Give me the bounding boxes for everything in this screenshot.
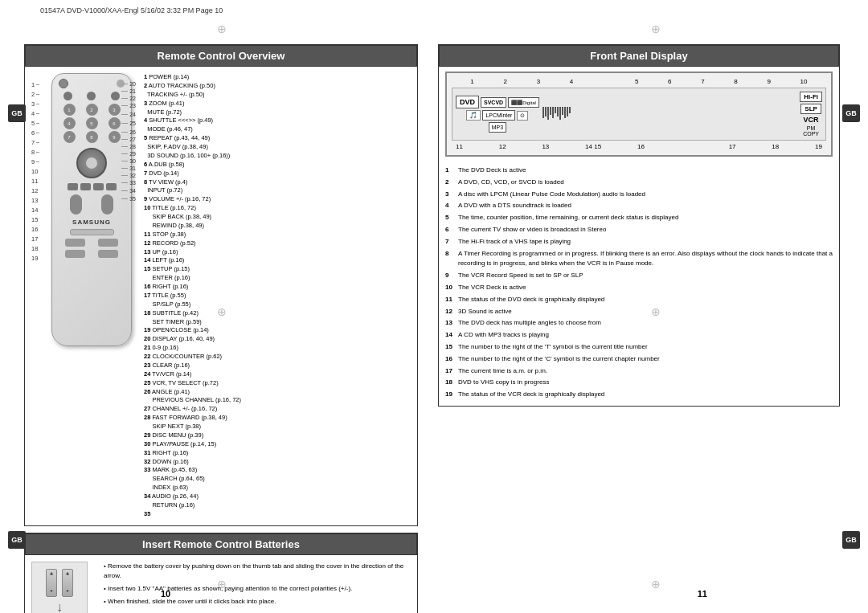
num-ind-4: 4	[570, 78, 573, 85]
trans-btn-2	[80, 183, 91, 190]
rlabel-35: 35	[121, 196, 136, 202]
panel-desc-7: 7 The Hi-Fi track of a VHS tape is playi…	[445, 237, 833, 247]
panel-vcr-label: VCR	[804, 116, 819, 124]
battery-instruction-3: • When finished, slide the cover until i…	[104, 597, 411, 607]
number-grid: 1 2 3 4 5 6 7 8 9	[52, 102, 131, 145]
desc-18: 18 SUBTITLE (p.42) SET TIMER (p.59)	[144, 309, 411, 327]
desc-33: 33 MARK (p.45, 63) SEARCH (p.64, 65) IND…	[144, 466, 411, 492]
trans-btn-4	[106, 183, 117, 190]
label-13: 13	[31, 197, 41, 204]
label-9: 9	[31, 158, 41, 166]
rlabel-33: 33	[121, 180, 136, 186]
label-17: 17	[31, 235, 41, 243]
panel-segment-area	[542, 107, 571, 121]
bot-ind-14-15: 14 15	[585, 143, 601, 150]
panel-slp-icon: SLP	[800, 104, 821, 114]
desc-11: 11 STOP (p.38)	[144, 231, 411, 239]
page-num-left: 10	[161, 589, 170, 599]
panel-desc-13: 13 The DVD deck has multiple angles to c…	[445, 318, 833, 329]
num-btn-3: 3	[108, 104, 121, 116]
panel-desc-6: 6 The current TV show or video is broadc…	[445, 225, 833, 235]
panel-desc-10: 10 The VCR Deck is active	[445, 283, 833, 293]
bot-ind-12: 12	[499, 143, 506, 150]
vol-area	[52, 192, 131, 217]
transport-area	[52, 182, 131, 192]
label-15: 15	[31, 216, 41, 223]
panel-description-list: 1 The DVD Deck is active 2 A DVD, CD, VC…	[439, 161, 839, 406]
bottom-btn-1	[65, 250, 85, 258]
desc-29: 29 DISC MENU (p.39)	[144, 431, 411, 440]
desc-25: 25 VCR, TV SELECT (p.72)	[144, 379, 411, 388]
battery-instructions: • Remove the battery cover by pushing do…	[104, 562, 411, 610]
samsung-logo: SAMSUNG	[52, 217, 131, 227]
num-btn-2: 2	[86, 104, 98, 116]
battery-instruction-1: • Remove the battery cover by pushing do…	[104, 562, 411, 582]
bot-ind-18: 18	[772, 143, 779, 150]
rlabel-29: 29	[121, 151, 136, 157]
desc-6: 6 A.DUB (p.58)	[144, 161, 411, 170]
desc-5: 5 REPEAT (p.43, 44, 49) SKIP, F.ADV (p.3…	[144, 134, 411, 161]
tick-2	[545, 107, 547, 116]
tick-5	[552, 107, 554, 118]
battery-content: ↓ • Remove the battery cover by pushing …	[25, 555, 417, 613]
right-column: Front Panel Display 1 2 3 4 5 6 7 8 9 10	[438, 44, 840, 581]
num-btn-7: 7	[63, 131, 76, 143]
desc-15: 15 SETUP (p.15) ENTER (p.16)	[144, 265, 411, 283]
desc-12: 12 RECORD (p.52)	[144, 239, 411, 248]
vol-btn-right	[101, 194, 113, 215]
rlabel-26: 26	[121, 129, 136, 135]
desc-3: 3 ZOOM (p.41) MUTE (p.72)	[144, 100, 411, 117]
desc-10: 10 TITLE (p.16, 72) SKIP BACK (p.38, 49)…	[144, 204, 411, 231]
remote-overview-section: Remote Control Overview 1 2 3 4 5 6 7 8 …	[24, 44, 418, 526]
label-12: 12	[31, 187, 41, 194]
label-19: 19	[31, 255, 41, 262]
rlabel-22: 22	[121, 96, 136, 101]
left-column: Remote Control Overview 1 2 3 4 5 6 7 8 …	[24, 44, 418, 581]
bot-ind-13: 13	[542, 143, 549, 150]
panel-section: Front Panel Display 1 2 3 4 5 6 7 8 9 10	[438, 44, 840, 407]
panel-desc-17: 17 The current time is a.m. or p.m.	[445, 366, 833, 377]
tick-8	[559, 107, 561, 120]
panel-desc-9: 9 The VCR Record Speed is set to SP or S…	[445, 271, 833, 281]
remote-body: 1 2 3 4 5 6 7 8 9	[51, 73, 132, 346]
num-ind-7: 7	[701, 78, 704, 85]
panel-mp3-icon: MP3	[489, 122, 506, 133]
btn-v1	[63, 92, 72, 100]
panel-hifi-icon: Hi-Fi	[800, 92, 822, 102]
trans-btn-3	[93, 183, 104, 190]
extra-btn-1	[65, 239, 85, 247]
tick-12	[569, 107, 571, 113]
tick-3	[547, 107, 549, 120]
desc-20: 20 DISPLAY (p.16, 40, 49)	[144, 335, 411, 344]
page-num-right: 11	[698, 589, 707, 599]
num-btn-1: 1	[63, 104, 76, 116]
gb-badge-right: GB	[842, 104, 860, 122]
rlabel-34: 34	[121, 188, 136, 194]
label-2: 2	[31, 91, 41, 98]
btn-v2	[87, 92, 96, 100]
num-ind-3: 3	[537, 78, 540, 85]
panel-digital-icon: ⬛⬛Digital	[508, 97, 539, 108]
gb-badge-bottom-right: GB	[842, 531, 860, 549]
tick-display	[542, 107, 571, 120]
gb-badge-left: GB	[8, 104, 26, 122]
panel-desc-15: 15 The number to the right of the 'T' sy…	[445, 342, 833, 353]
desc-14: 14 LEFT (p.16)	[144, 256, 411, 265]
panel-display-wrapper: 1 2 3 4 5 6 7 8 9 10 DVD SVC	[445, 72, 833, 157]
panel-title: Front Panel Display	[439, 45, 839, 67]
rlabel-25: 25	[121, 121, 136, 126]
desc-17: 17 TITLE (p.55) SP/SLP (p.55)	[144, 292, 411, 309]
label-10: 10	[31, 168, 41, 175]
more-btns	[52, 237, 131, 248]
battery-cells	[46, 569, 73, 597]
remote-top-area	[52, 74, 131, 90]
right-labels: 20 21 22 23 24 25 26 27 28 29 30 31 32 3…	[121, 81, 136, 203]
label-3: 3	[31, 100, 41, 108]
panel-desc-14: 14 A CD with MP3 tracks is playing	[445, 330, 833, 341]
page-header: 01547A DVD-V1000/XAA-Engl 5/16/02 3:32 P…	[40, 6, 828, 14]
rlabel-21: 21	[121, 88, 136, 94]
rlabel-20: 20	[121, 81, 136, 87]
nav-area	[52, 145, 131, 182]
tick-10	[564, 107, 566, 118]
battery-instruction-2: • Insert two 1.5V "AA" batteries as show…	[104, 584, 411, 595]
